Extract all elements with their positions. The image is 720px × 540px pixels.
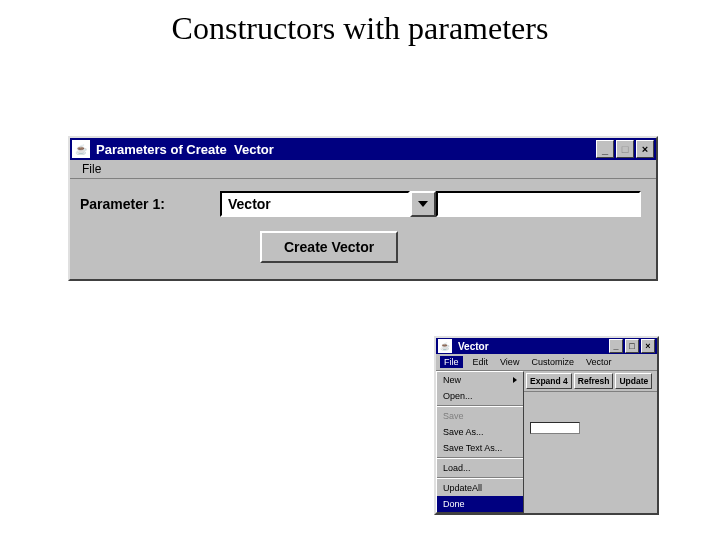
parameter-1-dropdown[interactable] [410, 191, 436, 217]
close-button[interactable]: × [641, 339, 655, 353]
minimize-button[interactable]: _ [596, 140, 614, 158]
menu-customize[interactable]: Customize [529, 356, 576, 368]
window-vector: ☕ Vector _ □ × File Edit View Customize … [434, 336, 659, 515]
menubar: File [70, 160, 656, 179]
update-button[interactable]: Update [615, 373, 652, 389]
titlebar[interactable]: ☕ Parameters of Create Vector _ □ × [70, 138, 656, 160]
maximize-button[interactable]: □ [616, 140, 634, 158]
slide-title: Constructors with parameters [0, 0, 720, 47]
menu-file[interactable]: File [76, 160, 107, 178]
menu-separator [437, 477, 523, 479]
menu-edit[interactable]: Edit [471, 356, 491, 368]
maximize-button[interactable]: □ [625, 339, 639, 353]
menu-item-load[interactable]: Load... [437, 460, 523, 476]
window-title: Parameters of Create Vector [92, 142, 594, 157]
window-title-2: Vector [454, 341, 607, 352]
menu-vector[interactable]: Vector [584, 356, 614, 368]
expand-button[interactable]: Expand 4 [526, 373, 572, 389]
close-button[interactable]: × [636, 140, 654, 158]
parameter-1-value-field[interactable] [436, 191, 641, 217]
dialog-parameters: ☕ Parameters of Create Vector _ □ × File… [68, 136, 658, 281]
menu-view[interactable]: View [498, 356, 521, 368]
menu-item-save[interactable]: Save [437, 408, 523, 424]
menubar-2: File Edit View Customize Vector [436, 354, 657, 371]
java-cup-icon: ☕ [438, 339, 452, 353]
menu-item-save-as[interactable]: Save As... [437, 424, 523, 440]
menu-item-new[interactable]: New [437, 372, 523, 388]
menu-file-2[interactable]: File [440, 356, 463, 368]
minimize-button[interactable]: _ [609, 339, 623, 353]
menu-item-done[interactable]: Done [437, 496, 523, 512]
content-area [524, 392, 657, 513]
menu-separator [437, 457, 523, 459]
menu-separator [437, 405, 523, 407]
menu-item-update-all[interactable]: UpdateAll [437, 480, 523, 496]
toolbar-2: Expand 4 Refresh Update [524, 371, 657, 392]
small-input[interactable] [530, 422, 580, 434]
java-cup-icon: ☕ [72, 140, 90, 158]
titlebar-2[interactable]: ☕ Vector _ □ × [436, 338, 657, 354]
parameter-1-label: Parameter 1: [80, 196, 220, 212]
file-menu-popup: New Open... Save Save As... Save Text As… [436, 371, 524, 513]
chevron-down-icon [418, 201, 428, 207]
refresh-button[interactable]: Refresh [574, 373, 614, 389]
menu-item-save-text-as[interactable]: Save Text As... [437, 440, 523, 456]
menu-item-open[interactable]: Open... [437, 388, 523, 404]
create-vector-button[interactable]: Create Vector [260, 231, 398, 263]
parameter-1-input[interactable]: Vector [220, 191, 410, 217]
